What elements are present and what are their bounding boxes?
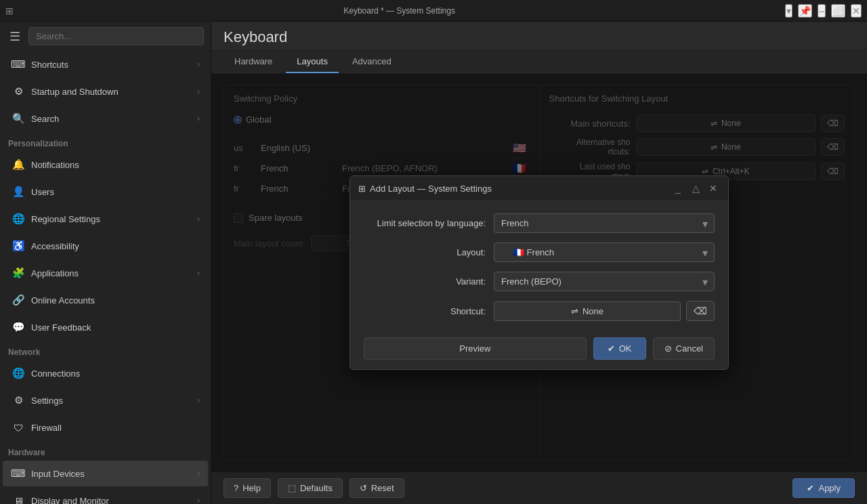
search-icon: 🔍: [11, 111, 26, 126]
applications-icon: 🧩: [11, 266, 26, 280]
sidebar-item-search[interactable]: 🔍 Search ›: [3, 106, 208, 131]
dialog-min-btn[interactable]: _: [671, 182, 685, 195]
dialog-field-variant: Variant: French (BEPO) French (BEPO, AFN…: [364, 272, 715, 291]
dialog-language-select[interactable]: French English German: [494, 213, 715, 233]
search-input[interactable]: [28, 27, 204, 45]
sidebar-item-regional[interactable]: 🌐 Regional Settings ›: [3, 206, 208, 232]
sidebar-label-applications: Applications: [31, 268, 79, 278]
titlebar: ⊞ Keyboard * — System Settings ▾ 📌 – ⬜ ✕: [0, 0, 867, 22]
ok-label: OK: [619, 343, 632, 354]
shortcuts-icon: ⌨: [11, 57, 26, 72]
dialog-overlay: ⊞ Add Layout — System Settings _ △ ✕ Lim…: [211, 74, 867, 471]
dialog-variant-select-wrapper: French (BEPO) French (BEPO, AFNOR) Frenc…: [494, 272, 715, 291]
sidebar-item-shortcuts[interactable]: ⌨ Shortcuts ›: [3, 51, 208, 77]
sidebar-item-notifications[interactable]: 🔔 Notifications: [3, 152, 208, 177]
sidebar-label-regional: Regional Settings: [31, 214, 100, 224]
startup-icon: ⚙: [11, 84, 26, 99]
display-icon: 🖥: [11, 493, 26, 504]
dialog-layout-select-wrapper: 🇫🇷 French French (AZERTY): [494, 243, 715, 262]
apply-icon: ✔: [807, 483, 814, 493]
defaults-label: Defaults: [300, 483, 333, 493]
arrow-icon: ›: [197, 268, 200, 278]
arrow-icon: ›: [197, 396, 200, 405]
input-devices-icon: ⌨: [11, 466, 26, 481]
add-layout-dialog: ⊞ Add Layout — System Settings _ △ ✕ Lim…: [350, 175, 729, 370]
titlebar-left: ⊞: [5, 5, 14, 16]
dialog-footer: Preview ✔ OK ⊘ Cancel: [350, 331, 728, 369]
dialog-app-icon: ⊞: [358, 184, 366, 194]
reset-icon: ↺: [360, 483, 367, 493]
defaults-btn[interactable]: ⬚ Defaults: [278, 478, 343, 498]
dialog-shortcut-input[interactable]: ⇌ None: [494, 301, 681, 321]
titlebar-close-btn[interactable]: ✕: [851, 4, 862, 18]
bottom-bar: ? Help ⬚ Defaults ↺ Reset ✔ Apply: [211, 471, 867, 504]
titlebar-dropdown-btn[interactable]: ▾: [785, 4, 792, 18]
page-title: Keyboard: [211, 22, 867, 51]
sidebar-item-firewall[interactable]: 🛡 Firewall: [3, 415, 208, 440]
help-icon: ?: [234, 483, 238, 493]
sidebar-label-connections: Connections: [31, 369, 80, 379]
apply-btn[interactable]: ✔ Apply: [792, 478, 855, 498]
dialog-shortcut-clear-btn[interactable]: ⌫: [686, 301, 715, 321]
connections-icon: 🌐: [11, 366, 26, 381]
dialog-preview-btn[interactable]: Preview: [364, 337, 587, 360]
dialog-close-btn[interactable]: ✕: [706, 182, 720, 195]
content-area: Keyboard Hardware Layouts Advanced Switc…: [211, 22, 867, 504]
arrow-icon: ›: [197, 60, 200, 69]
sidebar-label-input-devices: Input Devices: [31, 469, 85, 479]
sidebar-item-users[interactable]: 👤 Users: [3, 179, 208, 205]
tab-advanced[interactable]: Advanced: [341, 51, 402, 73]
sidebar-item-input-devices[interactable]: ⌨ Input Devices ›: [3, 461, 208, 486]
dialog-language-label: Limit selection by language:: [364, 218, 486, 228]
apply-label: Apply: [818, 483, 841, 493]
dialog-titlebar-btns: _ △ ✕: [671, 182, 720, 195]
user-feedback-icon: 💬: [11, 320, 26, 335]
ok-icon: ✔: [608, 343, 615, 354]
titlebar-max-btn[interactable]: ⬜: [831, 4, 845, 18]
dialog-titlebar: ⊞ Add Layout — System Settings _ △ ✕: [350, 176, 728, 201]
arrow-icon: ›: [197, 469, 200, 478]
dialog-restore-btn[interactable]: △: [689, 182, 702, 195]
sidebar-search-area: ☰: [0, 22, 211, 51]
sidebar-item-startup[interactable]: ⚙ Startup and Shutdown ›: [3, 79, 208, 104]
dialog-cancel-btn[interactable]: ⊘ Cancel: [653, 337, 715, 360]
sidebar-label-net-settings: Settings: [31, 396, 63, 406]
section-network: Network: [0, 341, 211, 360]
dialog-language-select-wrapper: French English German: [494, 213, 715, 233]
sidebar-item-display[interactable]: 🖥 Display and Monitor ›: [3, 488, 208, 504]
cancel-icon: ⊘: [664, 343, 672, 354]
titlebar-min-btn[interactable]: –: [818, 4, 826, 18]
dialog-variant-label: Variant:: [364, 276, 486, 287]
help-btn[interactable]: ? Help: [224, 478, 271, 498]
sidebar-label-user-feedback: User Feedback: [31, 322, 91, 333]
dialog-title: Add Layout — System Settings: [370, 184, 492, 194]
sidebar-label-firewall: Firewall: [31, 423, 62, 433]
arrow-icon: ›: [197, 496, 200, 504]
titlebar-controls: ▾ 📌 – ⬜ ✕: [785, 4, 862, 18]
dialog-titlebar-left: ⊞ Add Layout — System Settings: [358, 184, 492, 194]
tab-hardware[interactable]: Hardware: [224, 51, 283, 73]
notifications-icon: 🔔: [11, 157, 26, 172]
sidebar-item-net-settings[interactable]: ⚙ Settings ›: [3, 387, 208, 413]
sidebar-item-connections[interactable]: 🌐 Connections: [3, 360, 208, 386]
sidebar-item-applications[interactable]: 🧩 Applications ›: [3, 260, 208, 286]
dialog-layout-select[interactable]: 🇫🇷 French French (AZERTY): [494, 243, 715, 262]
dialog-field-layout: Layout: 🇫🇷 French French (AZERTY): [364, 243, 715, 262]
dialog-field-language: Limit selection by language: French Engl…: [364, 213, 715, 233]
tab-bar: Hardware Layouts Advanced: [211, 51, 867, 74]
dialog-ok-btn[interactable]: ✔ OK: [593, 337, 646, 360]
online-accounts-icon: 🔗: [11, 293, 26, 308]
sidebar-menu-btn[interactable]: ☰: [7, 28, 23, 45]
main-layout: ☰ ⌨ Shortcuts › ⚙ Startup and Shutdown ›…: [0, 22, 867, 504]
accessibility-icon: ♿: [11, 238, 26, 253]
reset-btn[interactable]: ↺ Reset: [350, 478, 404, 498]
sidebar-item-user-feedback[interactable]: 💬 User Feedback: [3, 314, 208, 340]
titlebar-pin-btn[interactable]: 📌: [798, 4, 812, 18]
sidebar-item-online-accounts[interactable]: 🔗 Online Accounts: [3, 287, 208, 313]
defaults-icon: ⬚: [288, 483, 296, 493]
tab-layouts[interactable]: Layouts: [286, 51, 339, 73]
help-label: Help: [242, 483, 261, 493]
arrow-icon: ›: [197, 214, 200, 224]
sidebar-item-accessibility[interactable]: ♿ Accessibility: [3, 233, 208, 259]
dialog-variant-select[interactable]: French (BEPO) French (BEPO, AFNOR) Frenc…: [494, 272, 715, 291]
